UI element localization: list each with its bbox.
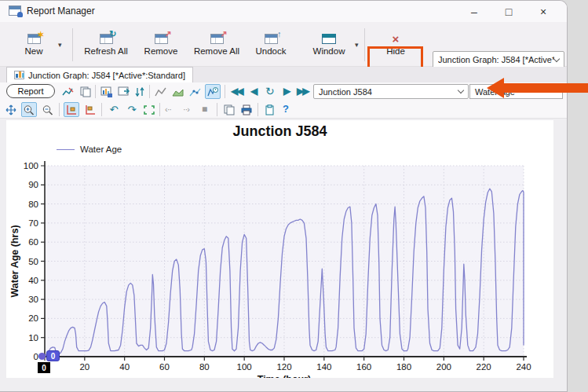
svg-text:100: 100 bbox=[237, 362, 252, 372]
redo-zoom-icon[interactable]: ↷ bbox=[124, 102, 140, 117]
svg-text:20: 20 bbox=[28, 313, 38, 323]
nav-last-icon[interactable]: ▶▶ bbox=[297, 86, 308, 97]
remove-all-icon: ↗ bbox=[210, 34, 224, 44]
titlebar: Report Manager – □ × bbox=[0, 1, 567, 22]
nav-refresh-icon[interactable]: ↻ bbox=[265, 85, 275, 97]
origin-slider-badge[interactable]: 0 bbox=[46, 350, 60, 361]
close-button[interactable]: × bbox=[526, 1, 561, 22]
svg-text:Water Age (hrs): Water Age (hrs) bbox=[9, 225, 20, 297]
tab-junction-graph[interactable]: Junction Graph: J584 [*Active*:Standard] bbox=[6, 67, 193, 82]
swap-axes-icon[interactable] bbox=[133, 84, 149, 99]
help-icon[interactable]: ? bbox=[283, 103, 289, 115]
chart-style-line-icon[interactable] bbox=[153, 84, 169, 99]
svg-text:180: 180 bbox=[396, 362, 411, 372]
tab-label: Junction Graph: J584 [*Active*:Standard] bbox=[28, 71, 185, 80]
copy-icon[interactable] bbox=[221, 102, 237, 117]
maximize-button[interactable]: □ bbox=[491, 1, 526, 22]
lock-y-axis-icon[interactable] bbox=[82, 102, 98, 117]
svg-text:40: 40 bbox=[28, 276, 38, 285]
clipboard-icon[interactable] bbox=[262, 102, 278, 117]
svg-text:90: 90 bbox=[28, 180, 38, 189]
graph-toolbar-row1: Report ◀◀ ◀ ↻ ▶ bbox=[0, 82, 567, 101]
chart-style-area-icon[interactable] bbox=[170, 84, 186, 99]
nav-first-icon[interactable]: ◀◀ bbox=[231, 86, 242, 97]
svg-text:20: 20 bbox=[79, 362, 89, 372]
report-manager-window: Report Manager – □ × ✶ New ▾ ↻ Refresh A… bbox=[0, 0, 568, 392]
zoom-out-icon[interactable] bbox=[40, 102, 56, 117]
lock-x-axis-icon[interactable] bbox=[64, 102, 79, 117]
svg-text:80: 80 bbox=[28, 200, 38, 209]
window-title: Report Manager bbox=[27, 5, 95, 16]
svg-text:140: 140 bbox=[316, 362, 331, 372]
step-forward-icon[interactable]: ··› bbox=[183, 104, 189, 114]
chart-annotate-icon[interactable] bbox=[60, 84, 76, 99]
step-back-icon[interactable]: ‹·· bbox=[165, 104, 171, 114]
new-button[interactable]: ✶ New bbox=[13, 27, 54, 63]
junction-combo[interactable]: Junction J584 bbox=[313, 84, 469, 99]
pan-icon[interactable] bbox=[3, 102, 19, 117]
nav-next-icon[interactable]: ▶ bbox=[283, 86, 289, 97]
series-field[interactable]: Water Age bbox=[469, 84, 563, 99]
graph-toolbar-row2: ↶ ↷ ‹·· ··› ■ ? bbox=[0, 101, 567, 119]
svg-text:240: 240 bbox=[516, 362, 531, 372]
report-selector-combo[interactable]: Junction Graph: J584 [*Active*:S bbox=[433, 51, 564, 68]
minimize-button[interactable]: – bbox=[457, 1, 491, 22]
remove-all-button[interactable]: ↗ Remove All bbox=[190, 27, 243, 63]
origin-marker-dot[interactable] bbox=[38, 353, 46, 360]
svg-text:30: 30 bbox=[28, 295, 38, 304]
svg-text:100: 100 bbox=[24, 161, 38, 170]
refresh-all-button[interactable]: ↻ Refresh All bbox=[79, 27, 133, 63]
svg-text:Time (hour): Time (hour) bbox=[257, 374, 312, 378]
svg-text:80: 80 bbox=[199, 362, 210, 372]
hide-button[interactable]: × Hide bbox=[374, 27, 417, 63]
x-cursor-readout: 0 bbox=[38, 362, 50, 373]
save-chart-icon[interactable] bbox=[99, 84, 115, 99]
new-report-icon: ✶ bbox=[27, 34, 41, 44]
tab-strip: Junction Graph: J584 [*Active*:Standard] bbox=[0, 67, 567, 82]
stop-icon[interactable]: ■ bbox=[202, 104, 206, 115]
report-selector-value: Junction Graph: J584 [*Active*:S bbox=[438, 55, 554, 64]
svg-text:120: 120 bbox=[276, 362, 291, 372]
zoom-extents-icon[interactable] bbox=[141, 102, 157, 117]
svg-text:10: 10 bbox=[28, 333, 38, 343]
refresh-all-icon: ↻ bbox=[100, 34, 113, 44]
main-toolbar: ✶ New ▾ ↻ Refresh All ↗ Remove ↗ Remove … bbox=[0, 22, 567, 67]
zoom-in-icon[interactable] bbox=[21, 102, 37, 117]
undo-zoom-icon[interactable]: ↶ bbox=[106, 102, 122, 117]
svg-text:200: 200 bbox=[436, 362, 451, 372]
window-dropdown-caret[interactable]: ▾ bbox=[355, 41, 359, 49]
svg-text:60: 60 bbox=[159, 362, 170, 372]
bar-chart-icon bbox=[14, 71, 24, 79]
chevron-down-icon bbox=[553, 55, 560, 61]
window-button[interactable]: Window bbox=[305, 27, 352, 63]
svg-text:40: 40 bbox=[119, 362, 130, 372]
copy-chart-icon[interactable] bbox=[78, 84, 93, 99]
water-age-chart: 0102030405060708090100020406080100120140… bbox=[6, 120, 553, 378]
remove-icon: ↗ bbox=[155, 34, 168, 44]
window-icon bbox=[322, 34, 336, 44]
svg-text:60: 60 bbox=[28, 237, 38, 247]
chevron-down-icon bbox=[458, 87, 464, 93]
chart-style-scatter-icon[interactable] bbox=[188, 84, 203, 99]
new-dropdown-caret[interactable]: ▾ bbox=[58, 41, 62, 49]
remove-button[interactable]: ↗ Remove bbox=[139, 27, 183, 63]
svg-text:160: 160 bbox=[356, 362, 371, 372]
hide-x-icon: × bbox=[393, 34, 400, 44]
undock-icon: ↑ bbox=[265, 34, 278, 44]
print-icon[interactable] bbox=[239, 102, 254, 117]
app-icon bbox=[9, 5, 21, 16]
report-button[interactable]: Report bbox=[6, 84, 55, 98]
chart-style-time-icon[interactable] bbox=[205, 84, 221, 99]
svg-text:50: 50 bbox=[28, 257, 38, 266]
chart-panel: Junction J584 Water Age 0102030405060708… bbox=[6, 120, 553, 378]
export-chart-icon[interactable] bbox=[116, 84, 132, 99]
undock-button[interactable]: ↑ Undock bbox=[249, 27, 293, 63]
svg-text:70: 70 bbox=[28, 218, 38, 228]
svg-text:220: 220 bbox=[477, 362, 491, 372]
nav-prev-icon[interactable]: ◀ bbox=[250, 86, 256, 97]
